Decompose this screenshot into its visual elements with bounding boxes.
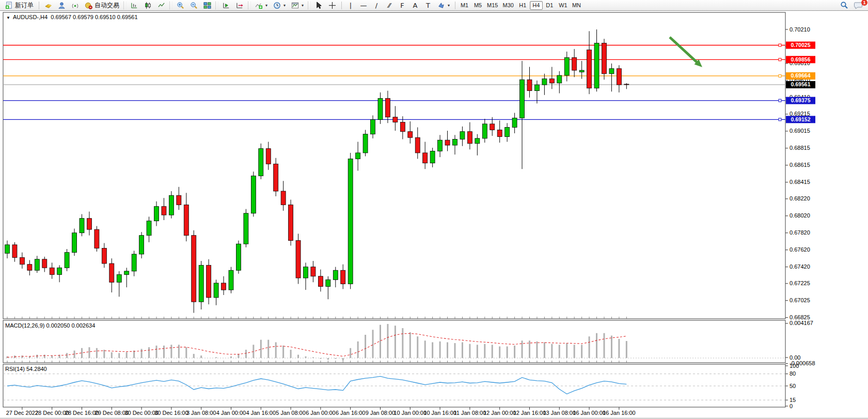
chart-canvas[interactable]: 0.702100.700100.698100.696100.694100.692… [0, 0, 868, 419]
text-tool-button[interactable]: A [409, 1, 421, 10]
price-tick-label: 0.67420 [790, 263, 810, 270]
timeframe-button-M15[interactable]: M15 [485, 1, 500, 10]
time-axis-label: 9 Jan 08:00 [366, 410, 396, 416]
fibonacci-icon: F [399, 2, 406, 9]
bear-candle [94, 229, 99, 248]
price-tick-label: 0.68020 [790, 212, 810, 219]
candlestick-mode-button[interactable] [141, 1, 154, 10]
bull-candle [251, 176, 256, 213]
indicators-caret-icon: ▾ [265, 3, 267, 8]
timeframe-button-H1[interactable]: H1 [516, 1, 529, 10]
market-button[interactable] [42, 1, 55, 10]
timeframe-button-H4[interactable]: H4 [530, 1, 543, 10]
bear-candle [192, 236, 196, 302]
line-handle[interactable] [779, 44, 781, 46]
indicators-button[interactable]: ▾ [252, 1, 270, 10]
price-tick-label: 0.68615 [790, 162, 810, 168]
bear-candle [624, 84, 629, 85]
crosshair-tool-button[interactable] [326, 1, 339, 10]
time-axis-label: 27 Dec 2022 [6, 410, 38, 416]
line-chart-icon [157, 2, 165, 9]
time-axis-label: 4 Jan 16:00 [246, 410, 276, 416]
price-badge: 0.69664 [791, 72, 811, 79]
vertical-line-icon: | [347, 2, 354, 9]
timeframe-button-M5[interactable]: M5 [471, 1, 484, 10]
text-label-tool-button[interactable]: T [422, 1, 434, 10]
cursor-tool-button[interactable] [312, 1, 325, 10]
bear-candle [497, 130, 502, 136]
chart-title: ▼AUDUSD-,H4 0.69567 0.69579 0.69510 0.69… [6, 14, 138, 20]
bull-candle [326, 280, 330, 286]
bear-candle [467, 132, 472, 144]
bull-candle [348, 159, 353, 284]
zoom-in-button[interactable] [174, 1, 187, 10]
notifications-button[interactable]: 1 [851, 1, 865, 10]
bar-chart-icon [131, 2, 138, 9]
time-axis[interactable]: 27 Dec 202228 Dec 00:0028 Dec 16:0029 De… [6, 407, 636, 416]
chart-shift-button[interactable] [233, 1, 246, 10]
title-dropdown-icon[interactable]: ▼ [6, 15, 10, 20]
rsi-axis-label: 0 [790, 403, 793, 409]
timeframe-button-D1[interactable]: D1 [543, 1, 556, 10]
bull-candle [453, 139, 457, 146]
line-handle[interactable] [779, 118, 781, 121]
rsi-axis-label: 100 [790, 363, 799, 369]
vertical-line-tool-button[interactable]: | [344, 1, 357, 10]
time-axis-label: 10 Jan 00:00 [393, 410, 427, 416]
signals-button[interactable] [69, 1, 82, 10]
horizontal-line-tool-button[interactable]: — [357, 1, 370, 10]
toolbar-grip [248, 2, 251, 9]
macd-axis-label: 0.00 [790, 354, 800, 361]
bear-candle [296, 241, 301, 278]
new-order-label: 新订单 [15, 1, 34, 10]
bear-candle [12, 245, 17, 258]
bear-candle [222, 283, 226, 290]
timeframe-button-M1[interactable]: M1 [458, 1, 471, 10]
price-tick-label: 0.67225 [790, 280, 810, 286]
timeframe-button-M30[interactable]: M30 [500, 1, 515, 10]
auto-scroll-button[interactable] [220, 1, 233, 10]
bull-candle [371, 120, 375, 134]
bear-candle [341, 270, 345, 284]
auto-trading-label: 自动交易 [94, 1, 119, 10]
bear-candle [393, 117, 398, 122]
templates-caret-icon: ▾ [302, 3, 304, 8]
horizontal-line-icon: — [360, 2, 367, 9]
time-axis-label: 29 Dec 08:00 [95, 410, 129, 416]
fibonacci-tool-button[interactable]: F [396, 1, 408, 10]
channel-tool-button[interactable]: ⁄⁄ [383, 1, 396, 10]
periods-button[interactable]: ▾ [271, 1, 288, 10]
new-order-button[interactable]: 新订单 [3, 1, 36, 10]
symbol-period-label: AUDUSD-,H4 [13, 14, 48, 20]
line-chart-mode-button[interactable] [155, 1, 168, 10]
timeframe-button-W1[interactable]: W1 [557, 1, 570, 10]
bull-candle [542, 79, 547, 85]
zoom-out-button[interactable] [187, 1, 200, 10]
bull-candle [5, 245, 10, 253]
line-handle[interactable] [779, 99, 781, 102]
crosshair-icon [328, 2, 336, 9]
bear-candle [527, 80, 532, 90]
templates-button[interactable]: ▾ [289, 1, 306, 10]
auto-trading-button[interactable]: 自动交易 [82, 1, 122, 10]
community-button[interactable] [55, 1, 68, 10]
toolbar-grip [215, 2, 218, 9]
tile-windows-button[interactable] [201, 1, 214, 10]
rsi-label: RSI(14) [5, 366, 25, 372]
line-handle[interactable] [779, 74, 781, 77]
price-tick-label: 0.69015 [790, 128, 810, 134]
trendline-tool-button[interactable]: / [370, 1, 383, 10]
bear-candle [184, 205, 188, 235]
bar-chart-mode-button[interactable] [128, 1, 141, 10]
price-tick-label: 0.68415 [790, 179, 810, 185]
candlestick-icon [144, 2, 152, 9]
search-button[interactable] [838, 1, 851, 10]
timeframe-button-MN[interactable]: MN [570, 1, 583, 10]
bear-candle [87, 219, 91, 229]
bear-candle [266, 149, 271, 164]
arrows-tool-button[interactable]: ▾ [435, 1, 452, 10]
separator [39, 2, 39, 9]
price-tick-label: 0.68220 [790, 195, 810, 201]
line-handle[interactable] [779, 58, 781, 61]
auto-trading-icon [85, 2, 92, 9]
